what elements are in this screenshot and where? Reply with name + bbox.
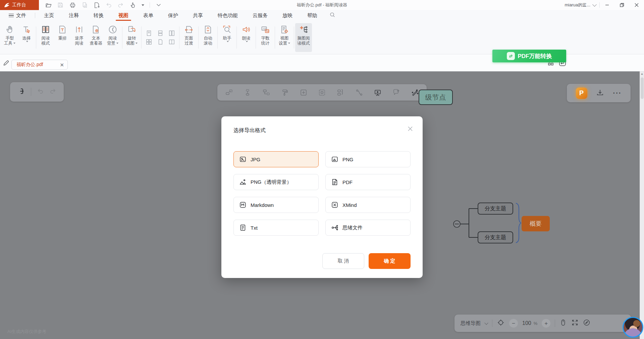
- workspace-button[interactable]: 工作台: [0, 0, 39, 10]
- canvas-undo-icon[interactable]: [37, 88, 44, 96]
- edit-pencil-icon[interactable]: [3, 60, 9, 68]
- option-jpg[interactable]: JPG: [233, 151, 319, 167]
- document-tab[interactable]: 福昕办公.pdf ✕: [11, 60, 68, 70]
- search-icon[interactable]: [329, 12, 335, 19]
- locate-center-icon[interactable]: [497, 319, 505, 328]
- menu-help[interactable]: 帮助: [300, 10, 325, 21]
- undo-icon[interactable]: [105, 2, 112, 8]
- insert-child-node-icon[interactable]: [262, 88, 271, 97]
- option-png-transparent[interactable]: PNG（透明背景）: [233, 174, 319, 190]
- restore-button[interactable]: [614, 0, 629, 10]
- ribbon-auto-scroll[interactable]: 自动 滚动: [200, 23, 216, 52]
- ribbon-rotate-view[interactable]: 旋转 视图: [123, 23, 140, 52]
- ribbon-select-tool[interactable]: 选择: [18, 23, 35, 52]
- ribbon-view-settings[interactable]: 视图 设置: [276, 23, 293, 52]
- download-icon[interactable]: [596, 89, 604, 98]
- facing-page-icon[interactable]: [169, 30, 175, 36]
- menu-home[interactable]: 主页: [37, 10, 61, 21]
- menu-comment[interactable]: 注释: [61, 10, 86, 21]
- assistant-avatar[interactable]: [623, 317, 643, 338]
- scroll-up-icon[interactable]: ▲: [640, 71, 644, 76]
- canvas-redo-icon[interactable]: [49, 88, 57, 96]
- insert-topic-icon[interactable]: [299, 88, 308, 97]
- touch-select-icon[interactable]: [129, 2, 136, 8]
- vertical-scrollbar[interactable]: ▲: [640, 71, 644, 339]
- zoom-out-button[interactable]: −: [509, 319, 518, 328]
- comment-ai-icon[interactable]: [392, 88, 401, 97]
- ribbon-word-count[interactable]: AB 字数 统计: [257, 23, 274, 52]
- root-node[interactable]: 级节点: [419, 90, 453, 105]
- rotate-view-icon: [127, 23, 137, 36]
- mode-dropdown-icon[interactable]: [484, 321, 488, 325]
- pdf-converter-button[interactable]: PDF万能转换: [492, 50, 566, 62]
- menu-protect[interactable]: 保护: [161, 10, 185, 21]
- single-page-icon[interactable]: [146, 30, 152, 36]
- user-account-menu[interactable]: miarua的监...: [561, 2, 599, 8]
- option-xmind[interactable]: XMind: [325, 197, 411, 213]
- select-text-icon: [22, 23, 31, 36]
- option-mind-file[interactable]: 思绪文件: [325, 220, 411, 236]
- share-compass-icon[interactable]: [583, 319, 590, 328]
- cancel-button[interactable]: 取 消: [322, 253, 364, 269]
- ribbon-reflow[interactable]: 重排: [54, 23, 71, 52]
- cover-mode-icon[interactable]: [157, 39, 163, 45]
- format-painter-icon[interactable]: [280, 88, 289, 97]
- mouse-mode-icon[interactable]: [559, 319, 567, 328]
- option-txt[interactable]: Txt: [233, 220, 319, 236]
- option-pdf[interactable]: PDF: [325, 174, 411, 190]
- presentation-icon[interactable]: [373, 88, 382, 97]
- ribbon-read-aloud[interactable]: 朗读: [238, 23, 255, 52]
- ribbon-read-background[interactable]: 阅读 背景: [104, 23, 121, 52]
- dialog-close-icon[interactable]: [407, 125, 414, 132]
- ribbon-hand-tool[interactable]: 手型 工具: [1, 23, 18, 52]
- ribbon-reverse-read[interactable]: 逆序 阅读: [71, 23, 88, 52]
- more-options-icon[interactable]: ···: [613, 89, 622, 97]
- option-png[interactable]: PNG: [325, 151, 411, 167]
- option-markdown[interactable]: Markdown: [233, 197, 319, 213]
- menu-view[interactable]: 视图: [111, 10, 136, 21]
- relation-line-icon[interactable]: [355, 88, 364, 97]
- exit-mindmap-icon[interactable]: [17, 87, 25, 97]
- menu-share[interactable]: 共享: [185, 10, 210, 21]
- confirm-button[interactable]: 确 定: [369, 253, 411, 269]
- copy-page-icon[interactable]: [81, 2, 88, 8]
- tab-close-icon[interactable]: ✕: [60, 62, 64, 67]
- facing-continuous-icon[interactable]: [146, 39, 152, 45]
- mindmap-canvas[interactable]: P ··· 级节点 分支主题 分支主题 概要 思维导图 − 100 % +: [0, 71, 644, 339]
- menu-present[interactable]: 放映: [275, 10, 300, 21]
- ai-magic-wand-icon[interactable]: [411, 88, 419, 97]
- menu-features[interactable]: 特色功能: [210, 10, 245, 21]
- customize-toolbar-icon[interactable]: [155, 2, 162, 8]
- redo-icon[interactable]: [117, 2, 124, 8]
- open-file-icon[interactable]: [45, 2, 52, 8]
- menu-convert[interactable]: 转换: [86, 10, 111, 21]
- ribbon-read-mode[interactable]: 阅读 模式: [37, 23, 54, 52]
- new-document-icon[interactable]: [93, 2, 100, 8]
- ribbon-page-transition[interactable]: 页面 过渡: [180, 23, 197, 52]
- zoom-in-button[interactable]: +: [542, 319, 550, 328]
- ribbon-text-viewer[interactable]: 文本 查看器: [88, 23, 104, 52]
- select-area-icon[interactable]: [318, 88, 326, 97]
- scrollbar-thumb[interactable]: [641, 77, 644, 99]
- insert-sibling-node-icon[interactable]: [243, 88, 252, 97]
- mindmap-app-logo[interactable]: P: [576, 88, 587, 99]
- split-view-icon[interactable]: [169, 39, 175, 45]
- insert-parent-node-icon[interactable]: [225, 88, 233, 97]
- summary-node[interactable]: 概要: [522, 216, 550, 231]
- branch-node-2[interactable]: 分支主题: [478, 231, 513, 243]
- diagram-mode-label[interactable]: 思维导图: [461, 320, 481, 327]
- print-icon[interactable]: [69, 2, 76, 8]
- minimize-button[interactable]: [600, 0, 614, 10]
- branch-node-1[interactable]: 分支主题: [478, 203, 513, 215]
- ribbon-mindmap-mode[interactable]: 脑图阅 读模式: [295, 23, 312, 52]
- touch-select-dropdown[interactable]: [142, 4, 144, 6]
- close-button[interactable]: [629, 0, 644, 10]
- continuous-page-icon[interactable]: [157, 30, 163, 36]
- ribbon-assistant[interactable]: 助手: [219, 23, 235, 52]
- save-icon[interactable]: [57, 2, 64, 8]
- menu-cloud[interactable]: 云服务: [245, 10, 275, 21]
- fullscreen-icon[interactable]: [571, 319, 579, 328]
- menu-file[interactable]: 文件: [9, 10, 34, 21]
- summary-bracket-icon[interactable]: [336, 88, 345, 97]
- menu-form[interactable]: 表单: [136, 10, 161, 21]
